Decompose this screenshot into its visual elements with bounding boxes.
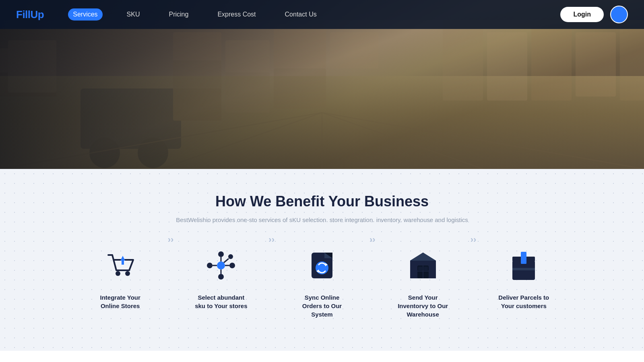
nav-item-pricing[interactable]: Pricing <box>164 8 194 21</box>
arrow-1: › › <box>165 235 177 244</box>
svg-point-25 <box>116 271 120 276</box>
step-send-inventory: Send YourInventorvy to OurWarehouse <box>379 247 467 319</box>
parcel-icon <box>506 247 542 284</box>
step-integrate-label: Integrate YourOnline Stores <box>100 293 140 310</box>
svg-point-32 <box>218 274 224 280</box>
svg-point-31 <box>229 263 235 268</box>
svg-rect-51 <box>418 267 422 270</box>
svg-point-30 <box>218 251 224 257</box>
sync-doc-icon <box>304 247 340 284</box>
cart-icon <box>102 247 138 284</box>
arrow-4: › › <box>467 235 480 244</box>
nav-right: Login <box>560 6 628 23</box>
arrow-3: › › <box>366 235 379 244</box>
nav-item-sku[interactable]: SKU <box>122 8 145 21</box>
network-icon <box>203 247 239 284</box>
svg-marker-27 <box>120 256 125 261</box>
benefits-title: How We Benefit Your Business <box>16 193 628 210</box>
svg-rect-58 <box>512 268 535 270</box>
arrow-2: › › <box>265 235 278 244</box>
svg-rect-54 <box>512 257 522 261</box>
step-sync-orders: Sync OnlineOrders to OurSystem <box>278 247 366 319</box>
steps-row: Integrate YourOnline Stores › › <box>16 247 628 319</box>
nav-item-services[interactable]: Services <box>68 8 102 21</box>
svg-line-39 <box>224 259 229 263</box>
svg-point-26 <box>125 271 130 276</box>
svg-point-33 <box>207 263 213 268</box>
svg-rect-55 <box>525 257 535 261</box>
svg-marker-47 <box>410 253 436 261</box>
step-deliver-label: Deliver Parcels toYour customers <box>498 293 549 310</box>
step-select-sku: Select abundantsku to Your stores <box>177 247 265 310</box>
benefits-section: How We Benefit Your Business BestWelishi… <box>0 169 644 351</box>
warehouse-icon <box>405 247 441 284</box>
login-button[interactable]: Login <box>560 7 604 22</box>
avatar[interactable] <box>610 6 628 23</box>
svg-point-34 <box>228 254 233 259</box>
nav-links: Services SKU Pricing Express Cost Contac… <box>68 8 560 21</box>
logo-highlight: F <box>16 8 22 21</box>
step-deliver-parcels: Deliver Parcels toYour customers <box>479 247 568 310</box>
site-logo[interactable]: FillUp <box>16 8 44 21</box>
svg-rect-52 <box>424 267 428 270</box>
step-integrate-stores: Integrate YourOnline Stores <box>76 247 165 310</box>
step-sync-label: Sync OnlineOrders to OurSystem <box>302 293 342 319</box>
main-nav: FillUp Services SKU Pricing Express Cost… <box>0 0 644 29</box>
step-inventory-label: Send YourInventorvy to OurWarehouse <box>398 293 448 319</box>
benefits-subtitle: BestWelishio provides one-sto services o… <box>16 216 628 223</box>
nav-item-contact-us[interactable]: Contact Us <box>280 8 322 21</box>
step-sku-label: Select abundantsku to Your stores <box>195 293 247 310</box>
nav-item-express-cost[interactable]: Express Cost <box>213 8 260 21</box>
svg-rect-28 <box>122 261 124 265</box>
